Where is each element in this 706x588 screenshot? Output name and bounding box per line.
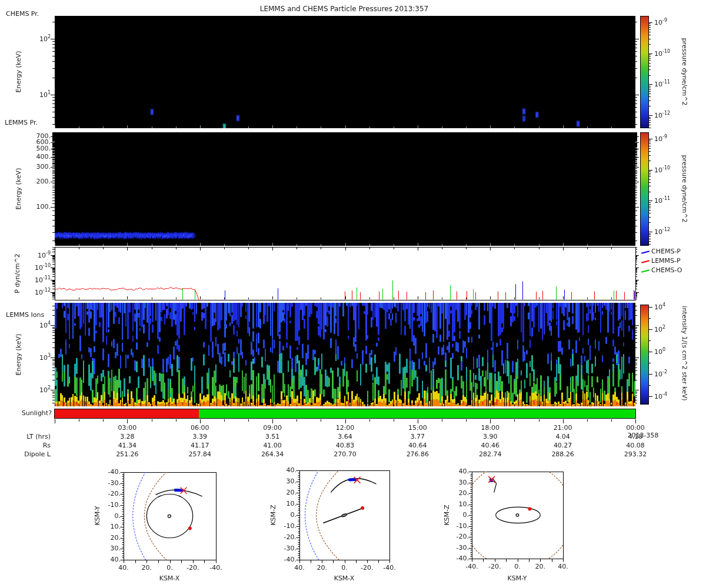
ytick-label-lemms: 100. <box>36 203 51 211</box>
orbit-xy-y-title: KSM-Y <box>94 506 101 525</box>
pressure-lineplot-canvas <box>55 247 635 300</box>
ytick-label-pressure: 10-10 <box>35 263 51 272</box>
colorbar-pressure-2 <box>640 132 649 246</box>
cbtick-label-ions: 10-4 <box>654 392 667 400</box>
orbit-ytick-label: -40. <box>108 469 121 476</box>
orbit-xtick-label: -20. <box>488 563 501 570</box>
panel-label-sunlight: Sunlight? <box>22 410 52 417</box>
cbtick-label-p2: 10-10 <box>654 166 670 174</box>
panel-label-lemms-ions: LEMMS Ions <box>6 312 44 319</box>
orbit-xtick-label: -20. <box>187 564 199 572</box>
orbit-xtick-label: 0. <box>341 564 348 572</box>
orbit-ytick-label: -30. <box>457 544 469 551</box>
orbit-ytick-label: 0. <box>115 512 121 519</box>
ytick-label-pressure: 10-9 <box>38 251 51 259</box>
orbit-xtick-label: 40. <box>118 564 129 572</box>
ephemeris-value: 3.64 <box>338 433 352 440</box>
ephemeris-value: 251.26 <box>116 451 139 458</box>
ephemeris-value: 3.90 <box>483 433 498 440</box>
ephemeris-row-label: Rs <box>43 442 51 449</box>
ytick-label-ions: 104 <box>39 321 51 329</box>
cbtick-label-ions: 104 <box>654 303 665 311</box>
ytick-label-chems: 101 <box>39 91 51 99</box>
colorbar-pressure-1 <box>640 16 649 128</box>
ephemeris-value: 282.74 <box>479 451 502 458</box>
ephemeris-row-label: LT (hrs) <box>26 433 51 440</box>
orbit-ytick-label: 20. <box>287 489 297 496</box>
time-tick-label: 06:00 <box>191 425 209 432</box>
cbtick-label-p1: 10-12 <box>654 111 670 119</box>
ytick-label-lemms: 200. <box>36 178 51 185</box>
time-tick-label: 21:00 <box>554 425 572 432</box>
ytick-label-lemms: 500. <box>36 145 51 152</box>
orbit-xtick-label: -40. <box>465 563 478 570</box>
cbtick-label-p1: 10-11 <box>654 81 670 89</box>
orbit-xtick-label: -40. <box>383 564 395 572</box>
colorbar-title-intensity: intensity 1/(s cm^2 ster keV) <box>681 306 688 400</box>
legend-label: CHEMS-O <box>651 267 682 274</box>
orbit-ytick-label: 30. <box>459 479 469 486</box>
orbit-ytick-label: -30. <box>108 480 121 487</box>
orbit-ytick-label: 40. <box>111 556 121 563</box>
time-tick-label: 09:00 <box>263 425 282 432</box>
orbit-xy-x-title: KSM-X <box>159 575 180 582</box>
orbit-xtick-label: 20. <box>317 564 328 572</box>
legend-label: LEMMS-P <box>651 258 681 265</box>
ephemeris-value: 288.26 <box>551 451 574 458</box>
ytick-label-pressure: 10-12 <box>35 288 51 296</box>
ytick-label-ions: 102 <box>39 386 51 394</box>
cbtick-label-p2: 10-11 <box>654 197 670 205</box>
orbit-xtick-label: 40. <box>558 563 568 570</box>
colorbar-title-pressure-2: pressure dyne/cm^2 <box>681 155 688 223</box>
ephemeris-value: 270.70 <box>334 451 357 458</box>
orbit-ytick-label: 40. <box>459 468 469 475</box>
ephemeris-value: 41.17 <box>191 442 209 449</box>
orbit-ytick-label: -20. <box>457 533 469 540</box>
panel-label-chems-pressure: CHEMS Pr. <box>6 11 39 18</box>
cbtick-label-p1: 10-9 <box>654 18 667 26</box>
colorbar-title-pressure-1: pressure dyne/cm^2 <box>681 38 688 106</box>
plot-page: LEMMS and CHEMS Particle Pressures 2013:… <box>0 0 706 588</box>
ephemeris-value: 3.77 <box>411 433 425 440</box>
orbit-ytick-label: 40. <box>287 467 297 474</box>
colorbar-intensity <box>640 305 649 405</box>
orbit-xtick-label: 20. <box>535 563 546 570</box>
ephemeris-value: 3.39 <box>193 433 208 440</box>
y-axis-title-lemms-energy: Energy (keV) <box>15 168 22 210</box>
time-tick-label: 15:00 <box>408 425 427 432</box>
cbtick-label-ions: 10-2 <box>654 370 667 378</box>
orbit-ytick-label: 30. <box>111 545 121 552</box>
cbtick-label-p2: 10-9 <box>654 135 667 143</box>
ephemeris-value: 3.51 <box>265 433 280 440</box>
ephemeris-value: 40.27 <box>554 442 572 449</box>
orbit-ytick-label: -10. <box>284 523 297 530</box>
ephemeris-value: 293.32 <box>624 451 647 458</box>
ytick-label-lemms: 300. <box>36 163 51 171</box>
time-tick-label: 18:00 <box>481 425 499 432</box>
time-tick-label: 12:00 <box>336 425 355 432</box>
orbit-ytick-label: 20. <box>111 534 121 542</box>
orbit-yz-x-title: KSM-Y <box>507 575 527 582</box>
orbit-ytick-label: 10. <box>287 500 297 507</box>
orbit-ytick-label: -20. <box>284 534 297 541</box>
ytick-label-chems: 102 <box>39 35 51 43</box>
orbit-canvas-orbit_xy <box>118 466 222 566</box>
orbit-ytick-label: -40. <box>284 556 297 563</box>
orbit-canvas-orbit_yz <box>466 466 569 564</box>
cbtick-label-ions: 102 <box>654 325 665 333</box>
legend-label: CHEMS-P <box>651 248 681 255</box>
orbit-ytick-label: 20. <box>459 490 469 497</box>
orbit-xtick-label: 0. <box>514 563 521 570</box>
orbit-xtick-label: 40. <box>294 564 305 572</box>
orbit-ytick-label: 0. <box>291 512 297 519</box>
orbit-canvas-orbit_xz <box>294 465 395 566</box>
ytick-label-lemms: 400. <box>36 153 51 160</box>
cbtick-label-ions: 100 <box>654 348 665 356</box>
panel-label-lemms-pressure: LEMMS Pr. <box>5 119 38 126</box>
ephemeris-value: 3.28 <box>120 433 135 440</box>
y-axis-title-pressure: P dyn/cm^2 <box>14 253 21 293</box>
cbtick-label-p1: 10-10 <box>654 49 670 58</box>
orbit-ytick-label: -20. <box>108 490 121 497</box>
ephemeris-value: 41.00 <box>263 442 282 449</box>
sunlight-segment-no <box>55 409 199 418</box>
